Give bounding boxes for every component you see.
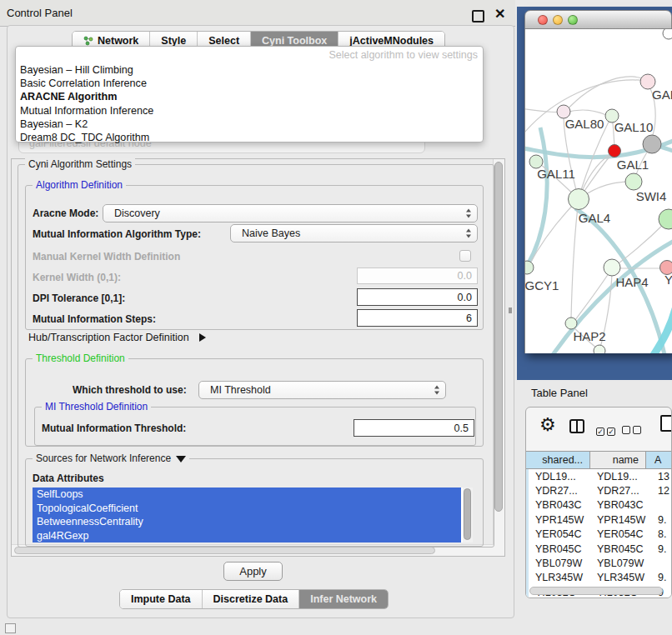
algorithm-definition-title: Algorithm Definition bbox=[33, 179, 126, 191]
horizontal-scrollbar-thumb[interactable] bbox=[14, 547, 435, 554]
combobox-stepper-icon bbox=[466, 229, 471, 238]
window-close-icon[interactable] bbox=[538, 15, 548, 25]
network-node[interactable] bbox=[659, 209, 672, 229]
network-node-hap2[interactable] bbox=[565, 318, 577, 329]
node-label: HAP4 bbox=[615, 275, 648, 289]
close-icon[interactable]: ✕ bbox=[494, 6, 505, 22]
network-node[interactable] bbox=[663, 29, 672, 39]
float-panel-icon[interactable] bbox=[472, 10, 484, 22]
node-label: GCY1 bbox=[525, 278, 559, 292]
network-edge[interactable] bbox=[565, 77, 647, 112]
table-cell: 13 bbox=[646, 471, 672, 482]
threshold-definition-group: Threshold Definition Which threshold to … bbox=[25, 358, 484, 447]
expand-arrow-icon[interactable] bbox=[199, 333, 206, 342]
dpi-tolerance-input[interactable]: 0.0 bbox=[357, 288, 478, 306]
table-row[interactable]: YER054CYER054C8. bbox=[529, 528, 672, 542]
window-minimize-icon[interactable] bbox=[553, 15, 563, 25]
table-row[interactable]: YPR145WYPR145W9. bbox=[529, 512, 672, 527]
algorithm-option[interactable]: ARACNE Algorithm bbox=[18, 90, 480, 103]
algorithm-dropdown-prompt: Select algorithm to view settings bbox=[16, 49, 478, 61]
network-graph[interactable]: GALGAL80GAL10GAL1GAL11SWI4GAL4GCY1HAP4YH… bbox=[525, 29, 672, 353]
network-node-gcy1[interactable] bbox=[525, 261, 534, 274]
panel-splitter-handle[interactable] bbox=[509, 308, 512, 313]
select-all-checks-icon[interactable]: ✓✓ bbox=[596, 422, 618, 438]
column-header[interactable]: name bbox=[590, 452, 646, 468]
table-row[interactable]: YBR045CYBR045C9. bbox=[529, 542, 672, 556]
apply-button[interactable]: Apply bbox=[223, 562, 283, 581]
columns-icon[interactable] bbox=[569, 419, 584, 433]
window-zoom-icon[interactable] bbox=[568, 15, 578, 25]
mi-algorithm-type-label: Mutual Information Algorithm Type: bbox=[33, 228, 201, 240]
aracne-mode-label: Aracne Mode: bbox=[33, 208, 98, 219]
network-node-swi4[interactable] bbox=[625, 173, 642, 190]
kernel-width-label: Kernel Width (0,1): bbox=[33, 272, 121, 283]
network-view-window: GALGAL80GAL10GAL1GAL11SWI4GAL4GCY1HAP4YH… bbox=[524, 10, 672, 353]
network-edge[interactable] bbox=[550, 239, 672, 353]
network-edge[interactable] bbox=[529, 199, 579, 266]
table-cell: YBR043C bbox=[529, 499, 590, 511]
data-attributes-list[interactable]: SelfLoopsTopologicalCoefficientBetweenne… bbox=[33, 488, 473, 542]
threshold-definition-title: Threshold Definition bbox=[33, 352, 128, 364]
table-horizontal-scrollbar-thumb[interactable] bbox=[529, 587, 663, 595]
algorithm-option[interactable]: Mutual Information Inference bbox=[18, 104, 480, 118]
node-label: HAP2 bbox=[573, 329, 605, 343]
manual-kernel-width-label: Manual Kernel Width Definition bbox=[33, 251, 180, 262]
table-row[interactable]: YBR043CYBR043C bbox=[529, 498, 672, 512]
aracne-mode-combobox[interactable]: Discovery bbox=[103, 204, 478, 222]
table-row[interactable]: YBL079WYBL079W bbox=[529, 556, 672, 570]
application-window: Control Panel ✕ Network Style Select Cyn… bbox=[0, 0, 672, 635]
mi-threshold-input[interactable]: 0.5 bbox=[354, 419, 474, 437]
node-label: GAL80 bbox=[565, 117, 604, 131]
mi-threshold-definition-title: MI Threshold Definition bbox=[42, 401, 151, 412]
table-row[interactable]: YDR27...YDR27...12 bbox=[529, 483, 672, 498]
gear-icon[interactable]: ⚙ bbox=[539, 414, 556, 436]
deselect-all-checks-icon[interactable] bbox=[622, 422, 644, 438]
collapse-arrow-icon[interactable] bbox=[176, 456, 186, 462]
table-cell: 8. bbox=[646, 528, 672, 540]
network-node-gal4[interactable] bbox=[569, 189, 589, 210]
combobox-stepper-icon bbox=[466, 209, 471, 218]
minimized-panel-icon[interactable] bbox=[5, 623, 16, 633]
network-edge[interactable] bbox=[565, 110, 606, 115]
tab-discretize-data[interactable]: Discretize Data bbox=[202, 590, 299, 608]
manual-kernel-width-checkbox[interactable] bbox=[459, 250, 471, 262]
algorithm-option[interactable]: Basic Correlation Inference bbox=[18, 77, 480, 90]
list-scrollbar[interactable] bbox=[463, 488, 473, 542]
network-node-gal1[interactable] bbox=[643, 135, 661, 153]
which-threshold-combobox[interactable]: MI Threshold bbox=[198, 381, 446, 399]
kernel-width-input[interactable]: 0.0 bbox=[357, 268, 478, 284]
algorithm-option[interactable]: Bayesian – K2 bbox=[18, 118, 480, 131]
sources-title: Sources for Network Inference bbox=[33, 452, 189, 464]
list-scrollbar-thumb[interactable] bbox=[464, 488, 471, 540]
table-row[interactable]: YLR345WYLR345W9. bbox=[529, 571, 672, 585]
vertical-scrollbar[interactable] bbox=[493, 159, 504, 556]
node-label: GAL4 bbox=[579, 211, 610, 225]
column-header[interactable]: A bbox=[646, 452, 672, 468]
tab-infer-network[interactable]: Infer Network bbox=[298, 590, 388, 608]
network-window-titlebar[interactable] bbox=[524, 10, 672, 29]
table-cell: YDR27... bbox=[590, 485, 646, 497]
network-node[interactable] bbox=[594, 345, 605, 353]
table-cell: YDL19... bbox=[590, 471, 646, 482]
vertical-scrollbar-thumb[interactable] bbox=[494, 162, 503, 512]
network-node-hap4[interactable] bbox=[604, 259, 620, 276]
data-attribute-item[interactable]: TopologicalCoefficient bbox=[33, 502, 461, 516]
column-header[interactable]: shared... bbox=[526, 452, 590, 468]
algorithm-option[interactable]: Bayesian – Hill Climbing bbox=[18, 63, 480, 77]
table-cell: 9. bbox=[646, 514, 672, 526]
data-attribute-item[interactable]: BetweennessCentrality bbox=[33, 515, 461, 529]
table-row[interactable]: YDL19...YDL19...13 bbox=[529, 469, 672, 483]
network-canvas[interactable]: GALGAL80GAL10GAL1GAL11SWI4GAL4GCY1HAP4YH… bbox=[524, 29, 672, 353]
hub-transcription-section-toggle[interactable]: Hub/Transcription Factor Definition bbox=[28, 332, 206, 343]
mi-algorithm-type-combobox[interactable]: Naive Bayes bbox=[230, 224, 478, 242]
table-cell: YLR345W bbox=[590, 572, 646, 583]
data-attribute-item[interactable]: gal4RGexp bbox=[33, 529, 461, 543]
mi-steps-input[interactable]: 6 bbox=[357, 309, 478, 327]
network-node[interactable] bbox=[609, 145, 621, 158]
network-edge[interactable] bbox=[571, 199, 579, 318]
tab-impute-data[interactable]: Impute Data bbox=[120, 590, 202, 608]
new-table-icon[interactable] bbox=[660, 415, 672, 432]
algorithm-option[interactable]: Dream8 DC_TDC Algorithm bbox=[18, 131, 480, 144]
table-cell: YLR345W bbox=[529, 572, 590, 583]
data-attribute-item[interactable]: SelfLoops bbox=[33, 488, 461, 502]
